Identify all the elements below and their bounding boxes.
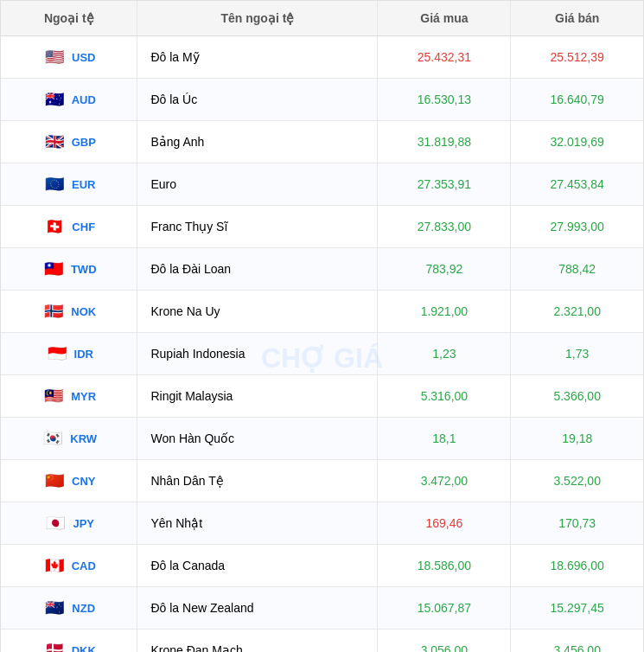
table-wrapper: Ngoại tệ Tên ngoại tệ Giá mua Giá bán 🇺🇸… xyxy=(1,1,643,652)
sell-price-krw: 19,18 xyxy=(511,418,643,460)
buy-price-myr: 5.316,00 xyxy=(378,375,511,418)
sell-price-jpy: 170,73 xyxy=(511,502,643,545)
currency-code-gbp: GBP xyxy=(72,136,96,149)
currency-code-usd: USD xyxy=(72,51,95,64)
currency-name-chf: Franc Thụy Sĩ xyxy=(137,206,378,248)
sell-price-twd: 788,42 xyxy=(511,248,643,291)
currency-name-myr: Ringit Malaysia xyxy=(137,375,378,418)
table-row: 🇳🇿 NZD Đô la New Zealand15.067,8715.297,… xyxy=(1,587,643,630)
currency-cell-jpy: 🇯🇵 JPY xyxy=(1,502,137,545)
currency-name-nzd: Đô la New Zealand xyxy=(137,587,378,630)
flag-gbp: 🇬🇧 xyxy=(42,130,67,154)
buy-price-aud: 16.530,13 xyxy=(378,79,511,121)
currency-cell-idr: 🇮🇩 IDR xyxy=(1,333,137,375)
currency-name-aud: Đô la Úc xyxy=(137,79,378,121)
col-header-name: Tên ngoại tệ xyxy=(137,1,378,36)
currency-code-idr: IDR xyxy=(74,348,93,361)
currency-code-nzd: NZD xyxy=(72,602,95,615)
currency-cell-dkk: 🇩🇰 DKK xyxy=(1,630,137,653)
table-row: 🇪🇺 EUR Euro27.353,9127.453,84 xyxy=(1,163,643,206)
currency-code-chf: CHF xyxy=(72,221,95,233)
currency-code-twd: TWD xyxy=(71,263,97,276)
table-row: 🇮🇩 IDR Rupiah Indonesia1,231,73 xyxy=(1,333,643,375)
col-header-currency: Ngoại tệ xyxy=(1,1,137,36)
sell-price-chf: 27.993,00 xyxy=(511,206,643,248)
flag-jpy: 🇯🇵 xyxy=(43,511,67,535)
table-row: 🇯🇵 JPY Yên Nhật169,46170,73 xyxy=(1,502,643,545)
currency-cell-krw: 🇰🇷 KRW xyxy=(1,418,137,460)
currency-name-cny: Nhân Dân Tệ xyxy=(137,460,378,502)
buy-price-nzd: 15.067,87 xyxy=(378,587,511,630)
col-header-buy: Giá mua xyxy=(378,1,511,36)
buy-price-usd: 25.432,31 xyxy=(378,36,511,79)
table-row: 🇨🇭 CHF Franc Thụy Sĩ27.833,0027.993,00 xyxy=(1,206,643,248)
buy-price-jpy: 169,46 xyxy=(378,502,511,545)
currency-code-dkk: DKK xyxy=(72,644,96,653)
currency-cell-usd: 🇺🇸 USD xyxy=(1,36,137,79)
buy-price-idr: 1,23 xyxy=(378,333,511,375)
col-header-sell: Giá bán xyxy=(511,1,643,36)
buy-price-krw: 18,1 xyxy=(378,418,511,460)
currency-name-dkk: Krone Đan Mạch xyxy=(137,630,378,653)
currency-code-nok: NOK xyxy=(71,305,96,318)
table-row: 🇬🇧 GBP Bảng Anh31.819,8832.019,69 xyxy=(1,121,643,163)
currency-cell-aud: 🇦🇺 AUD xyxy=(1,79,137,121)
sell-price-dkk: 3.456,00 xyxy=(511,630,643,653)
flag-dkk: 🇩🇰 xyxy=(42,638,67,652)
buy-price-cad: 18.586,00 xyxy=(378,545,511,587)
currency-name-gbp: Bảng Anh xyxy=(137,121,378,163)
buy-price-gbp: 31.819,88 xyxy=(378,121,511,163)
currency-table-container: Ngoại tệ Tên ngoại tệ Giá mua Giá bán 🇺🇸… xyxy=(0,0,644,652)
flag-chf: 🇨🇭 xyxy=(42,214,67,239)
currency-name-nok: Krone Na Uy xyxy=(137,291,378,333)
table-row: 🇲🇾 MYR Ringit Malaysia5.316,005.366,00 xyxy=(1,375,643,418)
sell-price-nzd: 15.297,45 xyxy=(511,587,643,630)
table-header-row: Ngoại tệ Tên ngoại tệ Giá mua Giá bán xyxy=(1,1,643,36)
flag-myr: 🇲🇾 xyxy=(41,384,66,408)
currency-name-eur: Euro xyxy=(137,163,378,206)
currency-code-jpy: JPY xyxy=(73,517,94,530)
flag-nzd: 🇳🇿 xyxy=(42,596,67,620)
table-row: 🇦🇺 AUD Đô la Úc16.530,1316.640,79 xyxy=(1,79,643,121)
currency-name-cad: Đô la Canada xyxy=(137,545,378,587)
currency-name-usd: Đô la Mỹ xyxy=(137,36,378,79)
sell-price-cad: 18.696,00 xyxy=(511,545,643,587)
sell-price-aud: 16.640,79 xyxy=(511,79,643,121)
buy-price-dkk: 3.056,00 xyxy=(378,630,511,653)
table-row: 🇺🇸 USD Đô la Mỹ25.432,3125.512,39 xyxy=(1,36,643,79)
sell-price-gbp: 32.019,69 xyxy=(511,121,643,163)
sell-price-cny: 3.522,00 xyxy=(511,460,643,502)
table-row: 🇩🇰 DKK Krone Đan Mạch3.056,003.456,00 xyxy=(1,630,643,653)
flag-aud: 🇦🇺 xyxy=(42,87,67,112)
currency-cell-cny: 🇨🇳 CNY xyxy=(1,460,137,502)
sell-price-nok: 2.321,00 xyxy=(511,291,643,333)
currency-table: Ngoại tệ Tên ngoại tệ Giá mua Giá bán 🇺🇸… xyxy=(1,1,643,652)
flag-cny: 🇨🇳 xyxy=(42,469,67,493)
currency-cell-nok: 🇳🇴 NOK xyxy=(1,291,137,333)
table-row: 🇳🇴 NOK Krone Na Uy1.921,002.321,00 xyxy=(1,291,643,333)
table-row: 🇰🇷 KRW Won Hàn Quốc18,119,18 xyxy=(1,418,643,460)
currency-name-twd: Đô la Đài Loan xyxy=(137,248,378,291)
currency-cell-nzd: 🇳🇿 NZD xyxy=(1,587,137,630)
currency-name-idr: Rupiah Indonesia xyxy=(137,333,378,375)
sell-price-eur: 27.453,84 xyxy=(511,163,643,206)
currency-code-cad: CAD xyxy=(72,559,96,572)
flag-nok: 🇳🇴 xyxy=(41,299,66,323)
flag-twd: 🇹🇼 xyxy=(41,257,66,281)
buy-price-eur: 27.353,91 xyxy=(378,163,511,206)
currency-cell-twd: 🇹🇼 TWD xyxy=(1,248,137,291)
flag-cad: 🇨🇦 xyxy=(42,553,67,578)
table-row: 🇨🇳 CNY Nhân Dân Tệ3.472,003.522,00 xyxy=(1,460,643,502)
currency-code-cny: CNY xyxy=(72,475,95,488)
sell-price-usd: 25.512,39 xyxy=(511,36,643,79)
flag-usd: 🇺🇸 xyxy=(42,45,67,69)
buy-price-cny: 3.472,00 xyxy=(378,460,511,502)
buy-price-chf: 27.833,00 xyxy=(378,206,511,248)
sell-price-myr: 5.366,00 xyxy=(511,375,643,418)
currency-cell-gbp: 🇬🇧 GBP xyxy=(1,121,137,163)
table-row: 🇹🇼 TWD Đô la Đài Loan783,92788,42 xyxy=(1,248,643,291)
currency-code-aud: AUD xyxy=(72,93,96,106)
table-row: 🇨🇦 CAD Đô la Canada18.586,0018.696,00 xyxy=(1,545,643,587)
sell-price-idr: 1,73 xyxy=(511,333,643,375)
currency-code-myr: MYR xyxy=(71,390,96,403)
